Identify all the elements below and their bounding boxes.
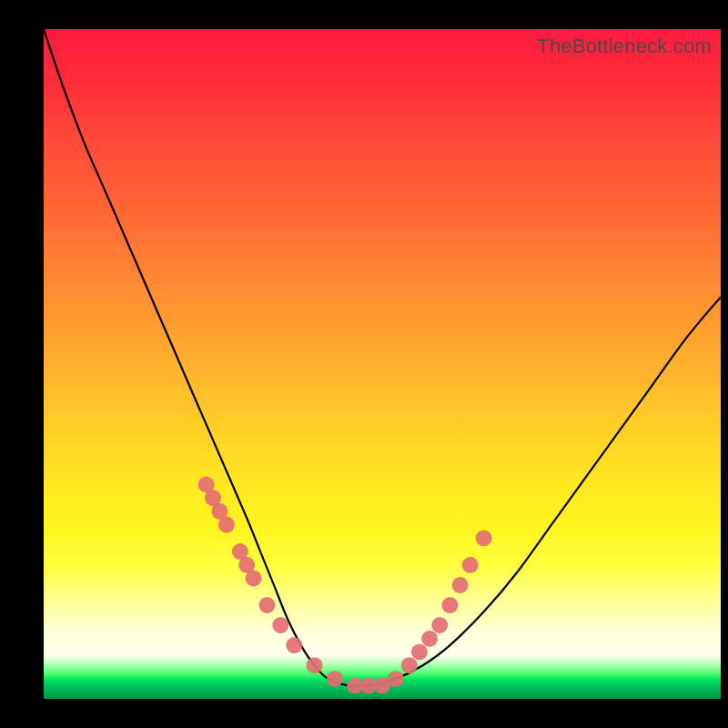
data-dot xyxy=(388,671,404,687)
watermark-text: TheBottleneck.com xyxy=(537,35,712,58)
data-dot xyxy=(452,577,469,593)
data-dot xyxy=(411,644,428,661)
data-dot xyxy=(431,617,448,633)
chart-frame: TheBottleneck.com xyxy=(0,0,728,728)
data-dot xyxy=(401,657,418,673)
data-dot xyxy=(462,557,479,573)
data-dot xyxy=(476,530,492,546)
data-dot xyxy=(218,517,235,533)
data-dot xyxy=(421,631,438,647)
bottleneck-curve xyxy=(44,29,721,686)
data-dot xyxy=(286,637,302,653)
data-dot xyxy=(441,597,458,613)
chart-svg xyxy=(44,29,721,699)
data-dot xyxy=(307,657,323,673)
data-dot xyxy=(259,597,276,613)
data-dot xyxy=(327,671,343,687)
plot-area: TheBottleneck.com xyxy=(44,29,721,699)
data-dot xyxy=(272,617,288,633)
data-dot xyxy=(246,571,262,587)
